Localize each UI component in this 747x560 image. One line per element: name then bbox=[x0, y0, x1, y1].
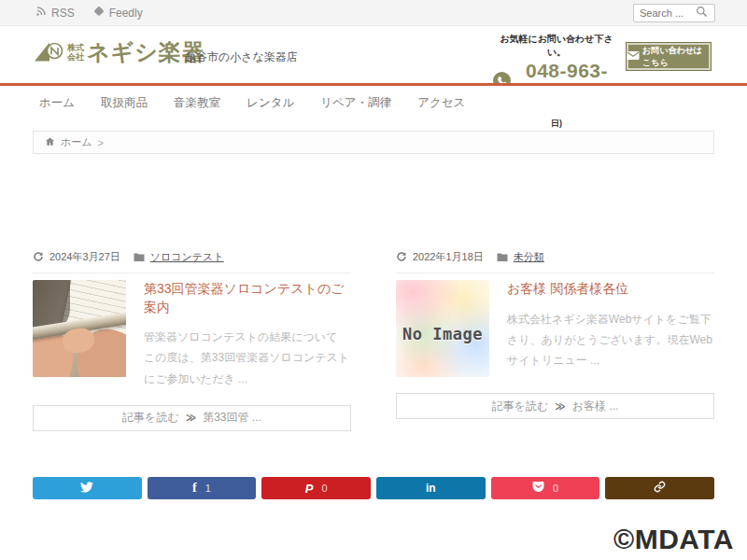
search-box bbox=[633, 4, 715, 22]
article-body: No Image お客様 関係者様各位 株式会社ネギシ楽器Webサイトをご覧下さ… bbox=[396, 280, 714, 377]
main-nav: ホーム 取扱商品 音楽教室 レンタル リペア・調律 アクセス bbox=[0, 86, 747, 119]
logo-mark-icon bbox=[34, 38, 63, 67]
envelope-icon bbox=[627, 50, 640, 63]
feedly-label: Feedly bbox=[109, 7, 143, 20]
facebook-f-icon: f bbox=[192, 481, 197, 496]
site-logo[interactable]: 株式 会社 ネギシ楽器 bbox=[34, 37, 205, 67]
rss-icon bbox=[35, 6, 47, 20]
facebook-share-count: 1 bbox=[205, 483, 211, 494]
double-chevron-icon: ≫ bbox=[555, 400, 566, 413]
breadcrumb-separator: > bbox=[98, 137, 104, 148]
linkedin-share-button[interactable]: in bbox=[376, 477, 486, 499]
nav-item-rental[interactable]: レンタル bbox=[247, 95, 294, 111]
pinterest-share-button[interactable]: P 0 bbox=[261, 477, 371, 499]
article-text: 第33回管楽器ソロコンテストのご案内 管楽器ソロコンテストの結果について この度… bbox=[144, 280, 351, 389]
article-thumbnail-flute-photo[interactable] bbox=[33, 280, 126, 377]
topbar: RSS Feedly bbox=[0, 0, 747, 26]
link-icon bbox=[654, 480, 666, 497]
article-title-link[interactable]: 第33回管楽器ソロコンテストのご案内 bbox=[144, 280, 351, 316]
article-text: お客様 関係者様各位 株式会社ネギシ楽器Webサイトをご覧下さり、ありがとうござ… bbox=[507, 280, 714, 377]
updated-icon bbox=[33, 251, 44, 264]
twitter-bird-icon bbox=[80, 480, 93, 497]
linkedin-in-icon: in bbox=[426, 482, 436, 495]
pocket-share-button[interactable]: 0 bbox=[491, 477, 600, 499]
article-excerpt: 管楽器ソロコンテストの結果について この度は、第33回管楽器ソロコンテストにご参… bbox=[144, 327, 351, 389]
no-image-label: No Image bbox=[402, 325, 483, 343]
article-category-link[interactable]: 未分類 bbox=[514, 250, 544, 264]
company-prefix-line2: 会社 bbox=[67, 52, 84, 62]
article-meta: 2024年3月27日 ソロコンテスト bbox=[33, 250, 351, 273]
feedly-icon bbox=[93, 6, 105, 20]
facebook-share-button[interactable]: f 1 bbox=[148, 477, 257, 499]
rss-label: RSS bbox=[51, 7, 75, 20]
nav-item-music-school[interactable]: 音楽教室 bbox=[174, 95, 220, 111]
article-category-link[interactable]: ソロコンテスト bbox=[150, 250, 224, 264]
read-more-target: お客様 ... bbox=[572, 399, 619, 414]
folder-icon bbox=[497, 252, 508, 262]
page: RSS Feedly 株式 会社 bbox=[0, 0, 747, 560]
article-date: 2024年3月27日 bbox=[49, 250, 120, 264]
article-title-link[interactable]: お客様 関係者様各位 bbox=[507, 280, 714, 299]
article-meta: 2022年1月18日 未分類 bbox=[396, 250, 714, 273]
pocket-icon bbox=[532, 480, 544, 497]
search-button[interactable] bbox=[696, 6, 708, 21]
nav-item-home[interactable]: ホーム bbox=[39, 95, 75, 111]
home-icon bbox=[45, 136, 55, 148]
topbar-links: RSS Feedly bbox=[35, 0, 143, 25]
pinterest-p-icon: P bbox=[305, 482, 314, 496]
share-button-row: f 1 P 0 in 0 bbox=[33, 477, 714, 499]
article-date: 2022年1月18日 bbox=[413, 250, 484, 264]
read-more-button[interactable]: 記事を読む ≫ お客様 ... bbox=[396, 393, 714, 419]
nav-item-repair[interactable]: リペア・調律 bbox=[320, 95, 391, 111]
article-thumbnail-no-image[interactable]: No Image bbox=[396, 280, 489, 377]
search-input[interactable] bbox=[640, 7, 696, 19]
article-card-solo-contest: 2024年3月27日 ソロコンテスト 第33回管楽器ソロコンテストのご案内 管楽… bbox=[33, 250, 351, 431]
read-more-button[interactable]: 記事を読む ≫ 第33回管 ... bbox=[33, 405, 351, 431]
site-header: 株式 会社 ネギシ楽器 越谷市の小さな楽器店 お気軽にお問い合わせ下さい。 04… bbox=[0, 26, 747, 83]
read-more-label: 記事を読む bbox=[122, 410, 179, 426]
read-more-label: 記事を読む bbox=[492, 399, 549, 414]
contact-button[interactable]: お問い合わせはこちら bbox=[626, 42, 712, 71]
folder-icon bbox=[134, 252, 145, 262]
company-prefix: 株式 会社 bbox=[67, 43, 84, 63]
mdata-watermark: ©MDATA bbox=[613, 524, 734, 555]
double-chevron-icon: ≫ bbox=[186, 412, 197, 424]
article-card-notice: 2022年1月18日 未分類 No Image お客様 関係者様各位 株式会社ネ… bbox=[396, 250, 714, 419]
copy-link-share-button[interactable] bbox=[605, 477, 714, 499]
read-more-target: 第33回管 ... bbox=[203, 410, 261, 426]
pinterest-share-count: 0 bbox=[321, 483, 327, 494]
rss-link[interactable]: RSS bbox=[35, 6, 75, 20]
article-body: 第33回管楽器ソロコンテストのご案内 管楽器ソロコンテストの結果について この度… bbox=[33, 280, 351, 389]
nav-item-products[interactable]: 取扱商品 bbox=[101, 95, 148, 111]
article-excerpt: 株式会社ネギシ楽器Webサイトをご覧下さり、ありがとうございます。現在Webサイ… bbox=[507, 309, 714, 371]
breadcrumb-home-link[interactable]: ホーム bbox=[61, 135, 92, 149]
twitter-share-button[interactable] bbox=[33, 477, 142, 499]
breadcrumb: ホーム > bbox=[33, 131, 714, 154]
company-prefix-line1: 株式 bbox=[67, 43, 84, 52]
pocket-share-count: 0 bbox=[553, 483, 558, 494]
search-icon bbox=[696, 6, 708, 21]
updated-icon bbox=[396, 251, 407, 264]
site-tagline: 越谷市の小さな楽器店 bbox=[185, 49, 298, 65]
nav-item-access[interactable]: アクセス bbox=[417, 95, 465, 111]
contact-button-label: お問い合わせはこちら bbox=[642, 45, 711, 69]
feedly-link[interactable]: Feedly bbox=[93, 6, 143, 20]
contact-note: お気軽にお問い合わせ下さい。 bbox=[493, 33, 620, 59]
